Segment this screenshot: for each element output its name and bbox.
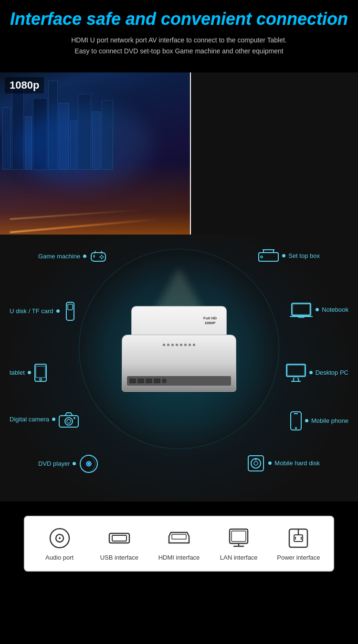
- device-tablet: tablet: [10, 363, 47, 382]
- audio-port-icon-container: [48, 526, 72, 550]
- interface-grid: Audio port USB interface: [30, 526, 328, 561]
- svg-point-32: [65, 418, 73, 425]
- subtitle: HDMI U port network port AV interface to…: [17, 35, 341, 56]
- desktop-pc-dot: [309, 371, 313, 374]
- game-machine-label: Game machine: [38, 253, 80, 260]
- u-disk-dot: [56, 309, 60, 313]
- mobile-phone-icon: [290, 411, 302, 431]
- svg-rect-16: [68, 304, 73, 310]
- notebook-dot: [316, 308, 319, 311]
- svg-point-40: [88, 463, 90, 465]
- device-desktop-pc: Desktop PC: [285, 363, 348, 382]
- tablet-icon: [34, 363, 47, 382]
- svg-line-9: [101, 251, 102, 254]
- game-machine-icon: [89, 249, 107, 264]
- interface-section: Audio port USB interface: [24, 516, 334, 572]
- mobile-hard-disk-label: Mobile hard disk: [274, 460, 320, 467]
- set-top-box-dot: [282, 254, 285, 257]
- svg-rect-19: [293, 304, 310, 315]
- connectivity-section: Game machine Set top box U disk / TF: [0, 235, 358, 501]
- comparison-divider: [190, 72, 191, 235]
- main-title: Interface safe and convenient connection: [10, 9, 348, 29]
- power-icon-container: [286, 526, 310, 550]
- device-set-top-box: Set top box: [258, 249, 320, 263]
- mobile-phone-dot: [305, 419, 308, 422]
- u-disk-label: U disk / TF card: [10, 307, 53, 315]
- image-1080p: 1080p: [0, 72, 190, 235]
- svg-rect-18: [292, 303, 311, 316]
- svg-point-47: [59, 537, 61, 539]
- svg-rect-50: [172, 534, 186, 539]
- dvd-player-icon: [79, 454, 99, 474]
- digital-camera-icon: [58, 411, 79, 428]
- svg-rect-52: [232, 531, 246, 542]
- set-top-box-label: Set top box: [288, 252, 320, 259]
- svg-rect-25: [286, 364, 305, 377]
- svg-point-44: [255, 459, 257, 460]
- mobile-hard-disk-dot: [268, 461, 272, 465]
- svg-point-7: [101, 257, 103, 259]
- hdmi-label: HDMI interface: [158, 554, 200, 561]
- power-icon: [287, 527, 309, 549]
- svg-rect-26: [287, 365, 305, 376]
- dvd-player-label: DVD player: [38, 460, 70, 467]
- svg-point-14: [261, 256, 263, 258]
- audio-port-icon: [49, 527, 71, 549]
- usb-icon: [108, 530, 130, 547]
- notebook-label: Notebook: [322, 306, 348, 313]
- tablet-dot: [28, 371, 31, 374]
- svg-point-6: [100, 256, 101, 257]
- device-u-disk: U disk / TF card: [10, 301, 78, 321]
- tablet-label: tablet: [10, 369, 25, 376]
- svg-point-5: [103, 256, 104, 257]
- projector-label: Full HD1080P: [203, 316, 217, 326]
- header-section: Interface safe and convenient connection…: [0, 0, 358, 63]
- device-notebook: Notebook: [290, 301, 348, 318]
- notebook-icon: [290, 301, 313, 318]
- svg-point-4: [101, 255, 103, 256]
- svg-point-24: [40, 378, 42, 380]
- u-disk-icon: [63, 301, 78, 321]
- svg-point-34: [74, 417, 75, 419]
- svg-rect-41: [248, 456, 263, 471]
- lan-icon: [228, 527, 250, 549]
- svg-rect-10: [259, 253, 278, 261]
- projector-container: Full HD1080P: [112, 306, 246, 392]
- digital-camera-label: Digital camera: [10, 416, 49, 423]
- lan-icon-container: [227, 526, 251, 550]
- svg-rect-23: [36, 366, 45, 378]
- svg-point-37: [295, 427, 297, 429]
- device-dvd-player: DVD player: [38, 454, 99, 474]
- usb-label: USB interface: [100, 554, 138, 561]
- label-1080p: 1080p: [5, 77, 44, 93]
- desktop-pc-label: Desktop PC: [316, 369, 348, 376]
- lan-label: LAN interface: [220, 554, 258, 561]
- power-label: Power interface: [277, 554, 320, 561]
- interface-hdmi: HDMI interface: [149, 526, 209, 561]
- projector-body: [122, 335, 236, 392]
- svg-point-43: [254, 461, 258, 465]
- audio-port-label: Audio port: [45, 554, 74, 561]
- game-machine-dot: [83, 255, 86, 258]
- device-game-machine: Game machine: [38, 249, 107, 264]
- dvd-player-dot: [73, 462, 76, 465]
- hdmi-icon-container: [167, 526, 191, 550]
- comparison-section: 1080p 720p: [0, 72, 358, 235]
- set-top-box-icon: [258, 249, 279, 263]
- device-mobile-phone: Mobile phone: [290, 411, 348, 431]
- desktop-pc-icon: [285, 363, 306, 382]
- mobile-phone-label: Mobile phone: [311, 417, 348, 424]
- svg-rect-49: [112, 535, 126, 541]
- projector-image: Full HD1080P: [112, 306, 246, 392]
- svg-line-27: [293, 378, 294, 381]
- svg-line-8: [95, 251, 95, 254]
- usb-icon-container: [107, 526, 131, 550]
- svg-line-28: [298, 378, 299, 381]
- interface-usb: USB interface: [89, 526, 149, 561]
- interface-outer: Audio port USB interface: [0, 501, 358, 595]
- device-digital-camera: Digital camera: [10, 411, 79, 428]
- mobile-hard-disk-icon: [246, 454, 265, 473]
- digital-camera-dot: [52, 418, 55, 421]
- device-mobile-hard-disk: Mobile hard disk: [246, 454, 320, 473]
- interface-lan: LAN interface: [209, 526, 269, 561]
